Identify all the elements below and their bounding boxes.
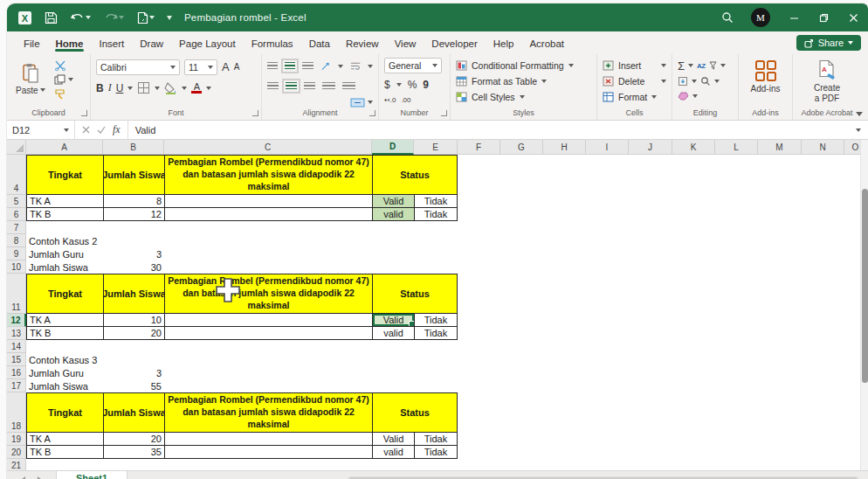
cell-N17[interactable] [802, 379, 844, 392]
cell-M19[interactable] [758, 433, 802, 446]
cell-B4[interactable]: Jumlah Siswa [103, 155, 164, 195]
paste-button[interactable]: Paste [12, 58, 49, 100]
addins-button[interactable]: Add-ins [747, 59, 784, 94]
cell-L8[interactable] [715, 234, 758, 247]
font-color-dropdown-icon[interactable] [206, 87, 211, 90]
font-dialog-launcher-icon[interactable] [252, 110, 258, 116]
cell-D19[interactable]: Valid [372, 433, 414, 446]
cell-H8[interactable] [543, 234, 586, 247]
cell-F9[interactable] [458, 247, 500, 260]
cell-J13[interactable] [629, 327, 672, 340]
undo-icon[interactable] [68, 9, 93, 26]
cell-L17[interactable] [715, 379, 758, 392]
cell-I18[interactable] [586, 392, 629, 433]
cell-I15[interactable] [586, 353, 629, 366]
cell-I19[interactable] [586, 433, 629, 446]
tab-view[interactable]: View [387, 34, 424, 52]
cell-F18[interactable] [458, 392, 500, 433]
column-header-F[interactable]: F [458, 140, 500, 155]
cell-F7[interactable] [458, 221, 500, 234]
cell-M6[interactable] [758, 208, 802, 221]
cell-D21[interactable] [372, 459, 414, 470]
cell-G14[interactable] [500, 340, 543, 353]
cell-M21[interactable] [758, 459, 802, 470]
cell-G18[interactable] [500, 392, 543, 433]
tab-data[interactable]: Data [301, 34, 338, 52]
cell-C6[interactable] [164, 208, 372, 221]
clipboard-dialog-launcher-icon[interactable] [81, 110, 87, 116]
cell-I8[interactable] [586, 234, 629, 247]
row-header-9[interactable]: 9 [7, 247, 26, 260]
delete-cells-button[interactable]: Delete [603, 73, 666, 89]
cell-G11[interactable] [500, 274, 543, 314]
column-header-K[interactable]: K [672, 140, 715, 155]
italic-button[interactable]: I [108, 81, 112, 94]
cell-B21[interactable] [103, 459, 164, 470]
increase-indent-button[interactable] [342, 82, 355, 90]
cell-C12[interactable] [164, 314, 372, 327]
cell-M17[interactable] [758, 379, 802, 392]
cell-A8[interactable]: Contoh Kasus 2 [26, 234, 103, 247]
orientation-dropdown-icon[interactable] [338, 65, 343, 68]
borders-button[interactable] [137, 81, 150, 94]
copy-dropdown-icon[interactable] [68, 78, 73, 81]
font-size-select[interactable]: 11 [184, 59, 217, 75]
cell-N15[interactable] [802, 353, 844, 366]
cell-M10[interactable] [758, 260, 802, 274]
cell-L6[interactable] [715, 208, 758, 221]
cell-D10[interactable] [372, 260, 414, 274]
percent-style-button[interactable]: % [408, 79, 417, 91]
cell-D18-merged[interactable]: Status [372, 392, 458, 433]
autosum-dropdown-icon[interactable] [688, 64, 693, 67]
cell-F8[interactable] [458, 234, 500, 247]
cell-J4[interactable] [629, 155, 672, 195]
cell-E15[interactable] [414, 353, 458, 366]
row-header-20[interactable]: 20 [7, 446, 26, 459]
cell-N9[interactable] [802, 247, 844, 260]
enter-entry-icon[interactable] [97, 126, 106, 134]
number-format-select[interactable]: General [384, 58, 442, 73]
row-header-16[interactable]: 16 [7, 366, 26, 379]
cell-I5[interactable] [586, 195, 629, 208]
tab-review[interactable]: Review [338, 34, 387, 52]
cell-K4[interactable] [672, 155, 715, 195]
cell-C17[interactable] [164, 379, 372, 392]
cell-F13[interactable] [458, 327, 500, 340]
column-header-D[interactable]: D [372, 140, 414, 155]
qat-customize-icon[interactable] [167, 16, 172, 20]
cell-E8[interactable] [414, 234, 458, 247]
cell-M9[interactable] [758, 247, 802, 260]
cancel-entry-icon[interactable] [82, 126, 90, 134]
cut-icon[interactable] [54, 60, 66, 71]
cell-F14[interactable] [458, 340, 500, 353]
cell-E20[interactable]: Tidak [414, 446, 458, 459]
cell-B7[interactable] [103, 221, 164, 234]
row-header-21[interactable]: 21 [7, 459, 26, 470]
cell-L9[interactable] [715, 247, 758, 260]
orientation-button[interactable] [320, 60, 331, 72]
cell-N16[interactable] [802, 366, 844, 379]
avatar[interactable]: M [751, 8, 770, 27]
cell-H10[interactable] [543, 260, 586, 274]
cell-L18[interactable] [715, 392, 758, 433]
cell-L19[interactable] [715, 433, 758, 446]
cell-N21[interactable] [802, 459, 844, 470]
cell-L13[interactable] [715, 327, 758, 340]
tab-acrobat[interactable]: Acrobat [521, 34, 572, 52]
cell-D12[interactable]: Valid [372, 314, 414, 327]
cell-E16[interactable] [414, 366, 458, 379]
cell-J6[interactable] [629, 208, 672, 221]
cell-H21[interactable] [543, 459, 586, 470]
cell-N10[interactable] [802, 260, 844, 274]
cell-A9[interactable]: Jumlah Guru [26, 247, 103, 260]
cell-D7[interactable] [372, 221, 414, 234]
fill-color-dropdown-icon[interactable] [182, 87, 187, 90]
column-header-C[interactable]: C [164, 140, 372, 155]
row-header-4[interactable]: 4 [7, 155, 26, 195]
cell-K17[interactable] [672, 379, 715, 392]
cell-G19[interactable] [500, 433, 543, 446]
cell-F16[interactable] [458, 366, 500, 379]
increase-decimal-button[interactable]: ↢.0 [384, 96, 396, 104]
cell-N7[interactable] [802, 221, 844, 234]
fill-color-button[interactable] [164, 81, 177, 94]
